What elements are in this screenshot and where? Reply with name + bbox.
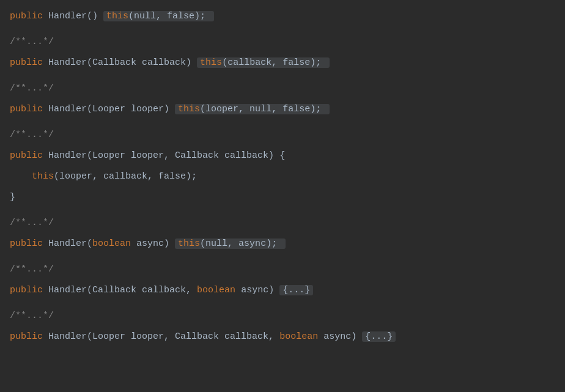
method-handler-1: Handler: [48, 11, 87, 21]
comment-3: /**...*/: [10, 81, 555, 97]
line-1: public Handler() this(null, false);: [10, 9, 555, 24]
comment-2: /**...*/: [10, 34, 555, 50]
code-line-4c: }: [0, 187, 565, 208]
comment-block-7: /**...*/: [0, 306, 565, 327]
body-1: this(null, false);: [103, 11, 214, 21]
comment-block-4: /**...*/: [0, 125, 565, 146]
comment-block-2: /**...*/: [0, 32, 565, 53]
line-5: public Handler(boolean async) this(null,…: [10, 236, 555, 252]
line-2: public Handler(Callback callback) this(c…: [10, 55, 555, 71]
code-line-1: public Handler() this(null, false);: [0, 6, 565, 27]
code-editor: public Handler() this(null, false); /**.…: [0, 6, 565, 347]
sep-3: [0, 120, 565, 125]
sep-6: [0, 301, 565, 306]
line-7: public Handler(Looper looper, Callback c…: [10, 329, 555, 345]
comment-5: /**...*/: [10, 215, 555, 231]
comment-4: /**...*/: [10, 127, 555, 143]
comment-6: /**...*/: [10, 262, 555, 278]
sep-1: [0, 27, 565, 32]
line-6: public Handler(Callback callback, boolea…: [10, 283, 555, 298]
code-line-4b: this(looper, callback, false);: [0, 166, 565, 187]
comment-block-5: /**...*/: [0, 213, 565, 234]
line-4a: public Handler(Looper looper, Callback c…: [10, 148, 555, 164]
code-line-6: public Handler(Callback callback, boolea…: [0, 280, 565, 301]
line-4c: }: [10, 190, 555, 205]
sep-5: [0, 254, 565, 259]
comment-block-6: /**...*/: [0, 259, 565, 280]
kw-public: public: [10, 11, 43, 21]
code-line-2: public Handler(Callback callback) this(c…: [0, 53, 565, 73]
line-3: public Handler(Looper looper) this(loope…: [10, 102, 555, 117]
comment-block-3: /**...*/: [0, 78, 565, 99]
code-line-3: public Handler(Looper looper) this(loope…: [0, 99, 565, 120]
sep-2: [0, 73, 565, 78]
code-line-4a: public Handler(Looper looper, Callback c…: [0, 146, 565, 166]
comment-7: /**...*/: [10, 308, 555, 324]
code-line-5: public Handler(boolean async) this(null,…: [0, 234, 565, 254]
code-line-7: public Handler(Looper looper, Callback c…: [0, 327, 565, 347]
line-4b: this(looper, callback, false);: [10, 169, 555, 185]
sep-4: [0, 208, 565, 213]
